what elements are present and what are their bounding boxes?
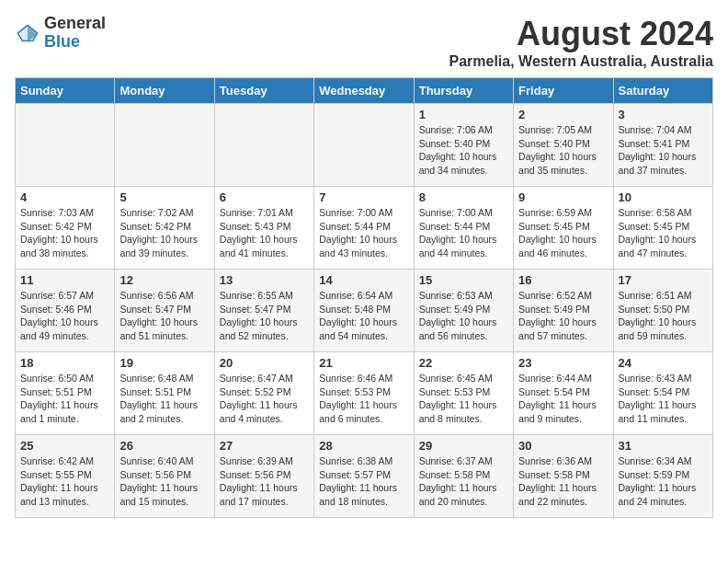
day-number: 4: [20, 190, 109, 204]
day-detail: Sunrise: 6:59 AM Sunset: 5:45 PM Dayligh…: [518, 206, 608, 260]
day-number: 15: [419, 273, 508, 287]
calendar-header: SundayMondayTuesdayWednesdayThursdayFrid…: [16, 78, 713, 104]
calendar-cell: 11Sunrise: 6:57 AM Sunset: 5:46 PM Dayli…: [16, 270, 115, 352]
calendar-title: August 2024: [449, 15, 713, 53]
calendar-cell: [214, 104, 313, 187]
calendar-cell: 3Sunrise: 7:04 AM Sunset: 5:41 PM Daylig…: [613, 104, 712, 187]
calendar-cell: 30Sunrise: 6:36 AM Sunset: 5:58 PM Dayli…: [514, 435, 613, 518]
calendar-cell: 21Sunrise: 6:46 AM Sunset: 5:53 PM Dayli…: [314, 352, 414, 435]
day-detail: Sunrise: 7:06 AM Sunset: 5:40 PM Dayligh…: [419, 123, 508, 178]
calendar-cell: 2Sunrise: 7:05 AM Sunset: 5:40 PM Daylig…: [514, 104, 613, 187]
day-detail: Sunrise: 6:55 AM Sunset: 5:47 PM Dayligh…: [220, 289, 309, 343]
day-number: 12: [119, 273, 209, 287]
day-detail: Sunrise: 6:50 AM Sunset: 5:51 PM Dayligh…: [20, 372, 109, 426]
day-number: 9: [518, 190, 608, 204]
day-detail: Sunrise: 7:05 AM Sunset: 5:40 PM Dayligh…: [518, 123, 608, 178]
weekday-header-sunday: Sunday: [16, 78, 115, 104]
day-number: 10: [619, 190, 708, 204]
day-detail: Sunrise: 7:01 AM Sunset: 5:43 PM Dayligh…: [220, 206, 309, 260]
day-number: 24: [619, 356, 708, 370]
calendar-cell: 9Sunrise: 6:59 AM Sunset: 5:45 PM Daylig…: [514, 187, 613, 270]
day-number: 13: [220, 273, 309, 287]
calendar-cell: 28Sunrise: 6:38 AM Sunset: 5:57 PM Dayli…: [314, 435, 414, 518]
calendar-cell: [16, 104, 115, 187]
day-number: 11: [20, 273, 109, 287]
day-number: 19: [119, 356, 209, 370]
day-number: 8: [419, 190, 508, 204]
day-detail: Sunrise: 6:44 AM Sunset: 5:54 PM Dayligh…: [518, 372, 608, 426]
day-detail: Sunrise: 6:56 AM Sunset: 5:47 PM Dayligh…: [119, 289, 209, 343]
calendar-cell: 17Sunrise: 6:51 AM Sunset: 5:50 PM Dayli…: [613, 270, 712, 352]
calendar-cell: 23Sunrise: 6:44 AM Sunset: 5:54 PM Dayli…: [514, 352, 613, 435]
calendar-subtitle: Parmelia, Western Australia, Australia: [449, 53, 713, 70]
day-detail: Sunrise: 6:54 AM Sunset: 5:48 PM Dayligh…: [319, 289, 408, 343]
calendar-week-row: 25Sunrise: 6:42 AM Sunset: 5:55 PM Dayli…: [16, 435, 713, 518]
calendar-cell: 19Sunrise: 6:48 AM Sunset: 5:51 PM Dayli…: [115, 352, 214, 435]
weekday-header-wednesday: Wednesday: [314, 78, 414, 104]
weekday-header-tuesday: Tuesday: [214, 78, 313, 104]
day-number: 14: [319, 273, 408, 287]
day-detail: Sunrise: 7:04 AM Sunset: 5:41 PM Dayligh…: [619, 123, 708, 178]
day-number: 3: [619, 108, 708, 121]
calendar-cell: 24Sunrise: 6:43 AM Sunset: 5:54 PM Dayli…: [613, 352, 712, 435]
day-detail: Sunrise: 6:46 AM Sunset: 5:53 PM Dayligh…: [319, 372, 408, 426]
calendar-cell: 26Sunrise: 6:40 AM Sunset: 5:56 PM Dayli…: [115, 435, 214, 518]
day-detail: Sunrise: 6:57 AM Sunset: 5:46 PM Dayligh…: [20, 289, 109, 343]
header: General Blue August 2024 Parmelia, Weste…: [15, 15, 713, 70]
calendar-cell: 10Sunrise: 6:58 AM Sunset: 5:45 PM Dayli…: [613, 187, 712, 270]
day-number: 21: [319, 356, 408, 370]
day-detail: Sunrise: 6:58 AM Sunset: 5:45 PM Dayligh…: [619, 206, 708, 260]
calendar-week-row: 1Sunrise: 7:06 AM Sunset: 5:40 PM Daylig…: [16, 104, 713, 187]
day-number: 31: [619, 439, 708, 453]
calendar-cell: 6Sunrise: 7:01 AM Sunset: 5:43 PM Daylig…: [214, 187, 313, 270]
day-number: 25: [20, 439, 109, 453]
day-number: 29: [419, 439, 508, 453]
calendar-cell: 15Sunrise: 6:53 AM Sunset: 5:49 PM Dayli…: [414, 270, 513, 352]
day-detail: Sunrise: 6:53 AM Sunset: 5:49 PM Dayligh…: [419, 289, 508, 343]
day-number: 27: [220, 439, 309, 453]
day-detail: Sunrise: 6:52 AM Sunset: 5:49 PM Dayligh…: [518, 289, 608, 343]
day-number: 6: [220, 190, 309, 204]
calendar-cell: 12Sunrise: 6:56 AM Sunset: 5:47 PM Dayli…: [115, 270, 214, 352]
weekday-header-row: SundayMondayTuesdayWednesdayThursdayFrid…: [16, 78, 713, 104]
calendar-week-row: 18Sunrise: 6:50 AM Sunset: 5:51 PM Dayli…: [16, 352, 713, 435]
calendar-cell: [314, 104, 414, 187]
day-detail: Sunrise: 6:47 AM Sunset: 5:52 PM Dayligh…: [220, 372, 309, 426]
day-detail: Sunrise: 6:42 AM Sunset: 5:55 PM Dayligh…: [20, 454, 109, 509]
calendar-cell: 29Sunrise: 6:37 AM Sunset: 5:58 PM Dayli…: [414, 435, 513, 518]
day-detail: Sunrise: 7:00 AM Sunset: 5:44 PM Dayligh…: [319, 206, 408, 260]
day-number: 28: [319, 439, 408, 453]
calendar-cell: [115, 104, 214, 187]
day-detail: Sunrise: 6:51 AM Sunset: 5:50 PM Dayligh…: [619, 289, 708, 343]
logo-general-text: General: [44, 15, 106, 33]
day-number: 1: [419, 108, 508, 121]
calendar-cell: 7Sunrise: 7:00 AM Sunset: 5:44 PM Daylig…: [314, 187, 414, 270]
day-number: 26: [119, 439, 209, 453]
logo-icon: [15, 20, 40, 46]
calendar-cell: 5Sunrise: 7:02 AM Sunset: 5:42 PM Daylig…: [115, 187, 214, 270]
day-number: 2: [518, 108, 608, 121]
day-number: 30: [518, 439, 608, 453]
calendar-cell: 14Sunrise: 6:54 AM Sunset: 5:48 PM Dayli…: [314, 270, 414, 352]
logo-blue-text: Blue: [44, 33, 106, 52]
calendar-cell: 31Sunrise: 6:34 AM Sunset: 5:59 PM Dayli…: [613, 435, 712, 518]
day-number: 18: [20, 356, 109, 370]
day-detail: Sunrise: 6:34 AM Sunset: 5:59 PM Dayligh…: [619, 454, 708, 509]
logo-text: General Blue: [44, 15, 106, 52]
day-detail: Sunrise: 6:40 AM Sunset: 5:56 PM Dayligh…: [119, 454, 209, 509]
day-detail: Sunrise: 6:37 AM Sunset: 5:58 PM Dayligh…: [419, 454, 508, 509]
day-number: 23: [518, 356, 608, 370]
day-number: 20: [220, 356, 309, 370]
day-detail: Sunrise: 7:02 AM Sunset: 5:42 PM Dayligh…: [119, 206, 209, 260]
weekday-header-monday: Monday: [115, 78, 214, 104]
calendar-week-row: 11Sunrise: 6:57 AM Sunset: 5:46 PM Dayli…: [16, 270, 713, 352]
weekday-header-thursday: Thursday: [414, 78, 513, 104]
day-detail: Sunrise: 7:03 AM Sunset: 5:42 PM Dayligh…: [20, 206, 109, 260]
day-number: 7: [319, 190, 408, 204]
weekday-header-saturday: Saturday: [613, 78, 712, 104]
calendar-cell: 27Sunrise: 6:39 AM Sunset: 5:56 PM Dayli…: [214, 435, 313, 518]
calendar-cell: 22Sunrise: 6:45 AM Sunset: 5:53 PM Dayli…: [414, 352, 513, 435]
day-number: 5: [119, 190, 209, 204]
day-detail: Sunrise: 6:48 AM Sunset: 5:51 PM Dayligh…: [119, 372, 209, 426]
calendar-cell: 8Sunrise: 7:00 AM Sunset: 5:44 PM Daylig…: [414, 187, 513, 270]
